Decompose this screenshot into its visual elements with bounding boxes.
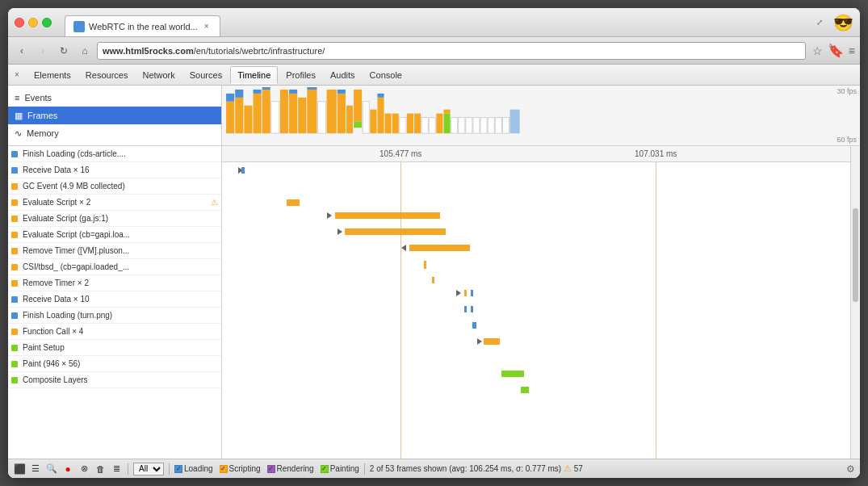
- event-color-dot: [11, 280, 18, 287]
- record-dot[interactable]: ●: [61, 463, 74, 476]
- record-button[interactable]: ⬛: [13, 463, 26, 476]
- tab-sources[interactable]: Sources: [183, 66, 229, 84]
- scrollbar-thumb[interactable]: [853, 208, 858, 302]
- menu-icon[interactable]: ≡: [849, 44, 855, 57]
- event-label: Remove Timer ([VM].pluson...: [23, 246, 129, 255]
- filter-painting[interactable]: ✓ Painting: [321, 464, 359, 473]
- filter-rendering[interactable]: ✓ Rendering: [267, 464, 314, 473]
- warning-count: 57: [574, 464, 583, 473]
- separator-1: [128, 463, 128, 475]
- event-gc[interactable]: GC Event (4.9 MB collected): [8, 178, 221, 195]
- minimize-button[interactable]: [28, 18, 38, 27]
- list-item[interactable]: Remove Timer × 2: [8, 275, 221, 291]
- reload-button[interactable]: ↻: [55, 42, 73, 60]
- sidebar-frames[interactable]: ▦ Frames: [8, 107, 221, 124]
- event-csi[interactable]: CSI/tbsd_ (cb=gapi.loaded_...: [8, 259, 221, 275]
- event-eval-ga[interactable]: Evaluate Script (ga.js:1): [8, 211, 221, 227]
- devtools-close-button[interactable]: ×: [11, 69, 23, 81]
- list-item[interactable]: Paint Setup: [8, 340, 221, 356]
- tab-network[interactable]: Network: [136, 66, 181, 84]
- event-receive-data-10[interactable]: Receive Data × 10: [8, 291, 221, 308]
- frames-summary: 2 of 53 frames shown (avg: 106.254 ms, σ…: [370, 463, 583, 474]
- tab-profiles[interactable]: Profiles: [279, 66, 322, 84]
- list-item[interactable]: Evaluate Script × 2 ⚠: [8, 195, 221, 211]
- event-label: Remove Timer × 2: [23, 279, 89, 287]
- timeline-bars-svg: [222, 162, 860, 459]
- tab-resources[interactable]: Resources: [79, 66, 135, 84]
- event-composite-layers[interactable]: Composite Layers: [8, 372, 221, 388]
- list-item[interactable]: Finish Loading (cds-article....: [8, 146, 221, 162]
- trash-button[interactable]: 🗑: [94, 463, 107, 476]
- svg-marker-57: [456, 290, 461, 296]
- svg-rect-8: [262, 87, 270, 90]
- svg-rect-64: [484, 338, 500, 345]
- emoji-avatar: 😎: [833, 13, 853, 32]
- event-finish-loading[interactable]: Finish Loading (cds-article....: [8, 146, 221, 162]
- painting-checkbox[interactable]: ✓: [321, 465, 329, 473]
- event-remove-timer-vm[interactable]: Remove Timer ([VM].pluson...: [8, 243, 221, 259]
- list-item[interactable]: Function Call × 4: [8, 324, 221, 340]
- event-finish-turn[interactable]: Finish Loading (turn.png): [8, 308, 221, 324]
- scrollbar-track[interactable]: [850, 146, 860, 459]
- list-item[interactable]: Remove Timer ([VM].pluson...: [8, 243, 221, 259]
- list-item[interactable]: GC Event (4.9 MB collected): [8, 178, 221, 195]
- search-button[interactable]: 🔍: [45, 463, 58, 476]
- event-label: Evaluate Script (ga.js:1): [23, 214, 108, 223]
- event-remove-timer-2[interactable]: Remove Timer × 2: [8, 275, 221, 291]
- scripting-checkbox[interactable]: ✓: [220, 465, 228, 473]
- list-item[interactable]: Evaluate Script (ga.js:1): [8, 211, 221, 227]
- loading-checkbox[interactable]: ✓: [174, 465, 182, 473]
- filter-dropdown[interactable]: All: [133, 463, 164, 476]
- browser-tab[interactable]: WebRTC in the real world... ×: [65, 15, 220, 36]
- home-button[interactable]: ⌂: [76, 42, 94, 60]
- filter-loading[interactable]: ✓ Loading: [174, 464, 213, 473]
- settings-button[interactable]: ⚙: [846, 463, 855, 475]
- svg-rect-10: [280, 90, 288, 133]
- url-bar[interactable]: www.html5rocks.com/en/tutorials/webrtc/i…: [97, 42, 806, 60]
- close-button[interactable]: [15, 18, 24, 27]
- event-label: Finish Loading (turn.png): [23, 311, 112, 320]
- bookmark-icon[interactable]: 🔖: [828, 43, 844, 58]
- tab-close-button[interactable]: ×: [202, 22, 212, 31]
- fullscreen-button[interactable]: ⤢: [813, 16, 826, 29]
- list-item[interactable]: CSI/tbsd_ (cb=gapi.loaded_...: [8, 259, 221, 275]
- event-eval-cb[interactable]: Evaluate Script (cb=gapi.loa...: [8, 227, 221, 243]
- filter-scripting[interactable]: ✓ Scripting: [220, 464, 261, 473]
- rendering-checkbox[interactable]: ✓: [267, 465, 275, 473]
- sidebar-memory[interactable]: ∿ Memory: [8, 124, 221, 142]
- time-marker-2: 107.031 ms: [635, 149, 677, 158]
- svg-rect-39: [466, 117, 472, 133]
- event-eval-script-2[interactable]: Evaluate Script × 2 ⚠: [8, 195, 221, 211]
- svg-rect-55: [424, 261, 426, 269]
- list-item[interactable]: Evaluate Script (cb=gapi.loa...: [8, 227, 221, 243]
- event-receive-data-16[interactable]: Receive Data × 16: [8, 162, 221, 178]
- list-item[interactable]: Receive Data × 16: [8, 162, 221, 178]
- list-item[interactable]: Receive Data × 10: [8, 291, 221, 308]
- svg-rect-30: [407, 114, 413, 134]
- svg-rect-62: [472, 322, 476, 329]
- sidebar-events[interactable]: ≡ Events: [8, 89, 221, 107]
- star-icon[interactable]: ☆: [812, 44, 823, 57]
- svg-rect-5: [253, 94, 261, 133]
- event-function-call-4[interactable]: Function Call × 4: [8, 324, 221, 340]
- list-item[interactable]: Composite Layers: [8, 372, 221, 388]
- svg-rect-27: [385, 114, 392, 134]
- tab-elements[interactable]: Elements: [27, 66, 78, 84]
- svg-rect-36: [443, 110, 450, 114]
- forward-button[interactable]: ›: [34, 42, 52, 60]
- text-button[interactable]: ≣: [110, 463, 123, 476]
- list-item[interactable]: Finish Loading (turn.png): [8, 308, 221, 324]
- maximize-button[interactable]: [42, 18, 52, 27]
- tab-console[interactable]: Console: [363, 66, 409, 84]
- list-item[interactable]: Paint (946 × 56): [8, 356, 221, 372]
- tab-audits[interactable]: Audits: [324, 66, 362, 84]
- event-paint-setup[interactable]: Paint Setup: [8, 340, 221, 356]
- gear-icon: ⚙: [846, 463, 855, 475]
- stop-button[interactable]: ⊗: [78, 463, 90, 476]
- event-paint-946[interactable]: Paint (946 × 56): [8, 356, 221, 372]
- svg-rect-33: [429, 117, 435, 133]
- devtools-toolbar: × Elements Resources Network Sources Tim…: [8, 65, 860, 86]
- clear-button[interactable]: ☰: [29, 463, 42, 476]
- back-button[interactable]: ‹: [13, 42, 31, 60]
- tab-timeline[interactable]: Timeline: [230, 66, 278, 84]
